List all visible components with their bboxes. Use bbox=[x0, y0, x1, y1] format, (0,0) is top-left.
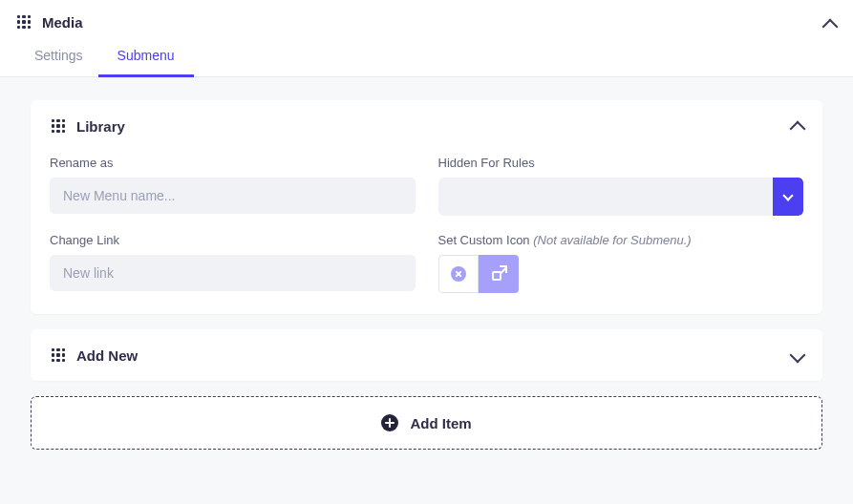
tabs: Settings Submenu bbox=[0, 38, 853, 76]
external-link-icon bbox=[492, 267, 505, 281]
chevron-up-icon bbox=[790, 121, 806, 137]
section-media: Media Settings Submenu bbox=[0, 0, 853, 77]
custom-icon-controls bbox=[438, 255, 804, 293]
chevron-up-icon bbox=[822, 19, 839, 35]
collapse-section-button[interactable] bbox=[824, 17, 836, 35]
plus-circle-icon bbox=[381, 414, 398, 431]
hidden-rules-dropdown-button[interactable] bbox=[773, 178, 803, 216]
card-add-new: Add New bbox=[31, 329, 822, 381]
hidden-rules-label: Hidden For Rules bbox=[438, 156, 804, 170]
card-library-title: Library bbox=[76, 118, 125, 135]
card-add-new-header[interactable]: Add New bbox=[31, 329, 822, 381]
drag-handle-icon[interactable] bbox=[15, 13, 32, 31]
change-link-label: Change Link bbox=[50, 233, 416, 247]
hidden-rules-value bbox=[438, 178, 774, 216]
section-title: Media bbox=[42, 14, 83, 31]
card-add-new-title: Add New bbox=[76, 347, 138, 364]
custom-icon-note: (Not available for Submenu.) bbox=[533, 233, 691, 247]
custom-icon-label-text: Set Custom Icon bbox=[438, 233, 534, 247]
clear-icon-button[interactable] bbox=[438, 255, 479, 293]
chevron-down-icon bbox=[790, 347, 806, 364]
card-library: Library Rename as Hidden For Rules bbox=[31, 100, 822, 314]
card-library-header[interactable]: Library bbox=[31, 100, 822, 152]
tab-submenu[interactable]: Submenu bbox=[114, 38, 179, 76]
collapse-card-button[interactable] bbox=[792, 119, 803, 137]
open-icon-picker-button[interactable] bbox=[479, 255, 519, 293]
drag-handle-icon[interactable] bbox=[50, 346, 67, 364]
hidden-rules-select[interactable] bbox=[438, 178, 804, 216]
rename-input[interactable] bbox=[50, 178, 416, 214]
close-circle-icon bbox=[451, 266, 466, 282]
tab-settings[interactable]: Settings bbox=[31, 38, 87, 76]
drag-handle-icon[interactable] bbox=[50, 117, 67, 135]
change-link-input[interactable] bbox=[50, 255, 416, 291]
add-item-button[interactable]: Add Item bbox=[31, 396, 822, 450]
expand-card-button[interactable] bbox=[792, 348, 803, 364]
custom-icon-label: Set Custom Icon (Not available for Subme… bbox=[438, 233, 804, 247]
chevron-down-icon bbox=[782, 190, 793, 200]
rename-label: Rename as bbox=[50, 156, 416, 170]
add-item-label: Add Item bbox=[410, 415, 471, 431]
